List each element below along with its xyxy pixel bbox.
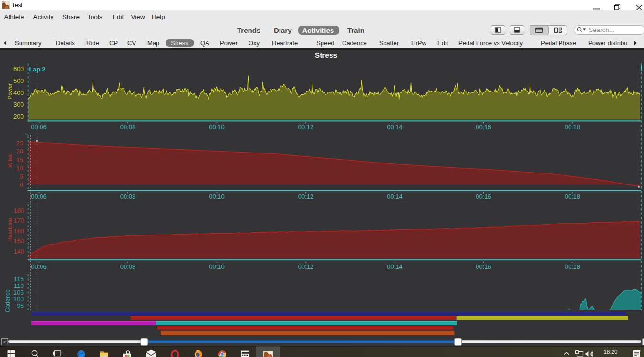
svg-text:200: 200: [13, 113, 24, 120]
svg-text:115: 115: [14, 275, 24, 283]
svg-text:400: 400: [13, 89, 24, 96]
svg-text:180: 180: [13, 207, 24, 214]
svg-text:00:06: 00:06: [31, 123, 47, 131]
svg-text:500: 500: [13, 77, 24, 84]
svg-text:00:08: 00:08: [120, 193, 136, 200]
svg-text:10: 10: [16, 164, 23, 172]
svg-text:5: 5: [20, 173, 23, 180]
svg-text:Power: Power: [7, 83, 13, 99]
svg-text:Heartrate: Heartrate: [7, 218, 13, 242]
svg-text:00:08: 00:08: [120, 123, 136, 131]
svg-text:00:18: 00:18: [565, 123, 581, 131]
svg-text:00:10: 00:10: [209, 263, 225, 270]
svg-text:Stress: Stress: [315, 51, 337, 59]
svg-text:<: <: [3, 340, 6, 345]
svg-text:15: 15: [16, 156, 23, 163]
svg-text:00:08: 00:08: [120, 263, 136, 270]
svg-text:00:06: 00:06: [31, 263, 47, 270]
svg-text:00:16: 00:16: [476, 193, 491, 200]
svg-text:00:18: 00:18: [565, 263, 581, 270]
svg-text:00:12: 00:12: [298, 263, 314, 270]
svg-text:150: 150: [13, 237, 24, 245]
svg-text:W'bal: W'bal: [7, 153, 13, 168]
svg-text:00:14: 00:14: [387, 263, 403, 270]
svg-text:Lap 2: Lap 2: [29, 66, 46, 73]
svg-text:100: 100: [13, 296, 24, 303]
svg-text:00:18: 00:18: [565, 193, 581, 200]
svg-text:00:10: 00:10: [209, 123, 225, 131]
svg-text:00:06: 00:06: [31, 193, 47, 200]
svg-text:00:12: 00:12: [298, 193, 314, 200]
svg-text:105: 105: [13, 289, 24, 296]
svg-text:18:20: 18:20: [604, 349, 618, 355]
svg-text:600: 600: [13, 65, 24, 72]
svg-text:0: 0: [20, 181, 23, 188]
svg-text:00:10: 00:10: [209, 193, 225, 200]
svg-text:00:14: 00:14: [387, 193, 403, 200]
svg-text:140: 140: [13, 248, 24, 255]
svg-text:00:16: 00:16: [476, 263, 491, 270]
svg-text:110: 110: [14, 282, 24, 289]
svg-text:Cadence: Cadence: [4, 289, 11, 312]
svg-text:160: 160: [13, 227, 24, 235]
svg-text:00:14: 00:14: [387, 123, 403, 131]
svg-text:00:12: 00:12: [298, 123, 314, 131]
svg-text:00:16: 00:16: [476, 123, 491, 131]
svg-text:25: 25: [16, 140, 23, 147]
svg-text:300: 300: [13, 101, 24, 108]
svg-text:95: 95: [17, 302, 24, 309]
svg-text:170: 170: [13, 217, 24, 224]
svg-text:20: 20: [16, 148, 23, 155]
